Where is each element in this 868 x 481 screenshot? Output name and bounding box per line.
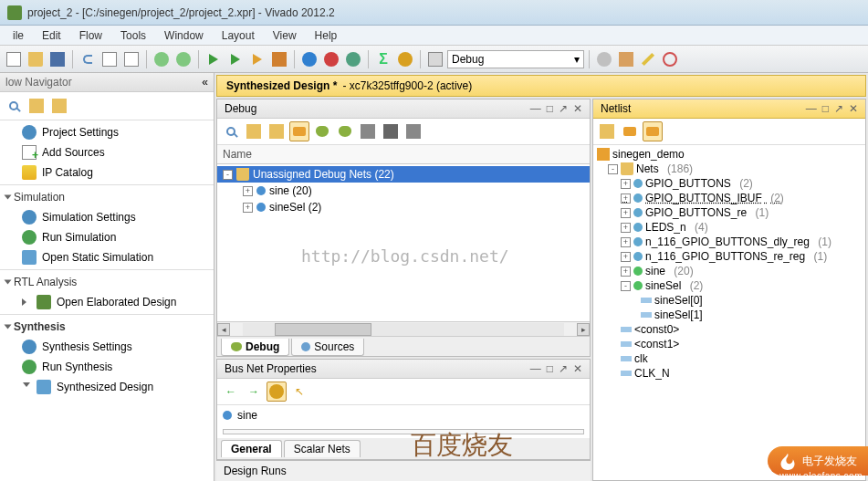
run-step-button[interactable] [225,49,246,69]
collapse-icon[interactable]: - [608,164,618,174]
nl-item[interactable]: +n_116_GPIO_BUTTONS_re_reg (1) [595,249,863,264]
close-icon[interactable]: ✕ [573,102,582,115]
menu-window[interactable]: Window [155,27,213,44]
bnp-value-field[interactable] [223,429,584,434]
nav-collapse-button[interactable] [49,96,69,116]
collapse-icon[interactable]: « [202,76,208,89]
nav-group-rtl[interactable]: RTL Analysis [0,269,214,292]
nav-syn-settings[interactable]: Synthesis Settings [0,337,214,357]
tab-debug[interactable]: Debug [221,339,289,356]
nav-sim-settings[interactable]: Simulation Settings [0,207,214,227]
collapse-button[interactable] [267,121,287,141]
menu-tools[interactable]: Tools [111,27,155,44]
scroll-left-icon[interactable]: ◂ [217,323,230,336]
expand-icon[interactable]: - [621,281,631,291]
fwd-button[interactable] [173,49,193,69]
tool-a-button[interactable] [594,49,614,69]
scroll-thumb[interactable] [275,323,371,336]
nav-expand-button[interactable] [26,96,47,116]
expand-icon[interactable]: + [621,193,631,204]
save-button[interactable] [47,49,68,69]
menu-layout[interactable]: Layout [213,27,264,44]
tool-d-button[interactable] [660,49,680,69]
nav-open-static-sim[interactable]: Open Static Simulation [0,247,214,267]
copy-button[interactable] [99,49,120,69]
open-button[interactable] [26,49,46,69]
nl-item[interactable]: +GPIO_BUTTONS (2) [595,176,863,191]
new-button[interactable] [4,49,24,69]
prev-button[interactable]: ← [221,382,241,402]
menu-edit[interactable]: Edit [33,27,70,44]
chip1-button[interactable] [358,121,378,141]
expand-icon[interactable]: + [621,267,631,277]
nav-add-sources[interactable]: +Add Sources [0,142,214,162]
nl-clk[interactable]: clk [595,351,863,366]
tree-row-unassigned[interactable]: - Unassigned Debug Nets (22) [217,166,590,183]
debug-add-button[interactable] [312,121,332,141]
tree-row-sine[interactable]: + sine (20) [217,183,590,199]
nl-item[interactable]: +sine (20) [595,264,863,278]
layout-selector[interactable]: Debug▾ [447,50,584,68]
scroll-right-icon[interactable]: ▸ [577,323,590,336]
menu-flow[interactable]: Flow [70,27,111,44]
collapse-icon[interactable]: - [223,170,233,180]
check2-button[interactable] [321,49,341,69]
search-button[interactable] [221,121,241,141]
minimize-icon[interactable]: — [530,102,541,115]
expand-icon[interactable]: + [243,186,253,196]
restore-icon[interactable]: ↗ [834,102,843,115]
sigma-button[interactable]: Σ [373,49,393,69]
stop-button[interactable] [269,49,289,69]
nav-ip-catalog[interactable]: IP Catalog [0,162,214,183]
settings-button[interactable] [395,49,415,69]
cursor-button[interactable]: ↖ [289,382,309,402]
nl-clkn[interactable]: CLK_N [595,366,863,381]
design-runs-header[interactable]: Design Runs [216,460,591,481]
chip2-button[interactable] [381,121,401,141]
nav-synthesized-design[interactable]: Synthesized Design [0,377,214,397]
minimize-icon[interactable]: — [806,102,817,115]
nl-item[interactable]: +LEDS_n (4) [595,220,863,235]
highlight-button[interactable] [267,382,287,402]
nl-expand-button[interactable] [597,121,617,141]
undo-button[interactable] [78,49,98,69]
back-button[interactable] [152,49,172,69]
maximize-icon[interactable]: □ [547,362,553,375]
nav-group-synthesis[interactable]: Synthesis [0,314,214,337]
nl-sinesel-0[interactable]: sineSel[0] [595,293,863,308]
node-button[interactable] [289,121,309,141]
expand-icon[interactable]: + [621,223,631,233]
nl-nets[interactable]: -Nets (186) [595,162,863,176]
paste-button[interactable] [121,49,141,69]
nav-search-button[interactable] [4,96,24,116]
nl-item[interactable]: +GPIO_BUTTONS_re (1) [595,205,863,220]
tree-row-sinesel[interactable]: + sineSel (2) [217,199,590,215]
expand-icon[interactable]: + [621,237,631,247]
tab-sources[interactable]: Sources [291,339,364,356]
restore-icon[interactable]: ↗ [559,102,568,115]
chip3-button[interactable] [403,121,424,141]
nl-hier-button[interactable] [643,121,663,141]
next-button[interactable]: → [244,382,264,402]
run-impl-button[interactable] [247,49,267,69]
nav-project-settings[interactable]: Project Settings [0,122,214,142]
nav-run-sim[interactable]: Run Simulation [0,227,214,247]
nav-run-synthesis[interactable]: Run Synthesis [0,357,214,377]
netlist-tree[interactable]: sinegen_demo -Nets (186) +GPIO_BUTTONS (… [593,145,865,480]
tool-c-button[interactable] [638,49,658,69]
nav-open-elaborated[interactable]: Open Elaborated Design [0,292,214,312]
minimize-icon[interactable]: — [530,362,541,375]
tab-general[interactable]: General [221,440,282,457]
check1-button[interactable] [299,49,319,69]
nl-const1[interactable]: <const1> [595,337,863,351]
expand-button[interactable] [244,121,264,141]
restore-icon[interactable]: ↗ [559,362,568,375]
nl-item[interactable]: +n_116_GPIO_BUTTONS_dly_reg (1) [595,235,863,249]
refresh-button[interactable] [343,49,363,69]
tool-b-button[interactable] [616,49,636,69]
close-icon[interactable]: ✕ [849,102,858,115]
close-icon[interactable]: ✕ [573,362,582,375]
nl-item[interactable]: -sineSel (2) [595,278,863,293]
expand-icon[interactable]: + [621,252,631,262]
maximize-icon[interactable]: □ [822,102,829,115]
